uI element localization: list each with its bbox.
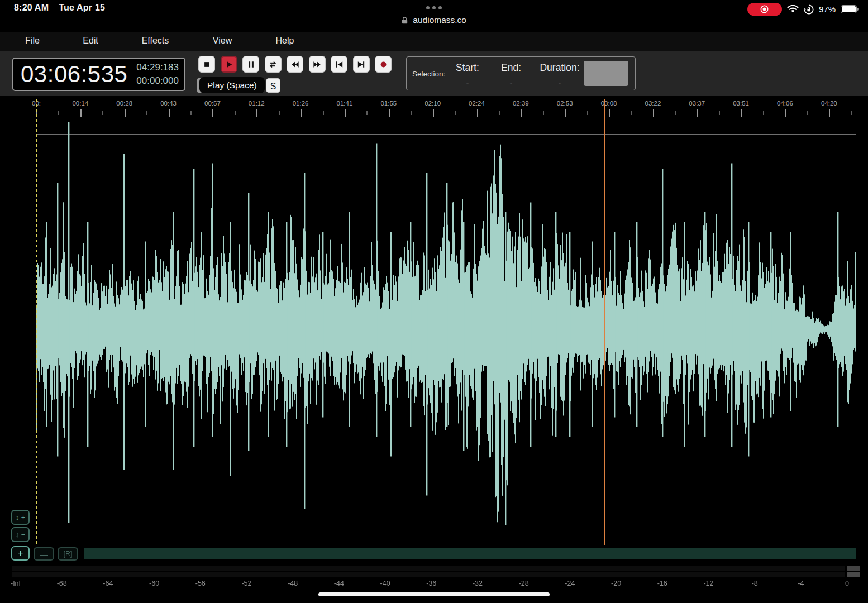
meter-label: -36: [426, 580, 436, 587]
transport-pause-button[interactable]: [242, 56, 259, 73]
meter-label: -32: [473, 580, 483, 587]
edit-cursor-line: [36, 99, 37, 545]
home-indicator[interactable]: [318, 592, 550, 596]
meter-clip-indicator: [847, 566, 860, 571]
cursor-time: 00:00:000: [136, 75, 179, 86]
meter-label: -24: [565, 580, 575, 587]
meter-label: -60: [149, 580, 159, 587]
wifi-icon: [787, 5, 799, 13]
transport-skip-to-end-button[interactable]: [353, 56, 370, 73]
skip-to-start-icon: [333, 59, 345, 70]
meter-label: 0: [845, 580, 849, 587]
meter-label: -12: [703, 580, 713, 587]
rotation-lock-icon: [804, 4, 814, 15]
rewind-icon: [289, 59, 301, 70]
menu-bar: FileEditEffectsViewHelp: [0, 32, 868, 51]
menu-item-effects[interactable]: Effects: [142, 36, 169, 46]
address-bar[interactable]: audiomass.co: [0, 15, 868, 25]
transport-skip-to-start-button[interactable]: [331, 56, 347, 73]
zoom-in-button[interactable]: +: [11, 546, 30, 561]
play-icon: [223, 59, 235, 70]
menu-item-file[interactable]: File: [25, 36, 40, 46]
record-circle-icon: [760, 4, 769, 14]
total-time: 04:29:183: [136, 62, 179, 73]
meter-label: -40: [380, 580, 390, 587]
amplitude-zoom-out-button[interactable]: ↕ −: [11, 527, 30, 542]
meter-label: -28: [519, 580, 529, 587]
stop-icon: [201, 59, 213, 70]
clear-selection-button[interactable]: [584, 61, 628, 86]
meter-bar-right: [12, 572, 845, 577]
meter-label: -Inf: [11, 580, 21, 587]
meter-label: -64: [103, 580, 113, 587]
meter-level-left: [12, 566, 660, 571]
scroll-minimap[interactable]: [84, 548, 856, 559]
selection-start: Start: -: [448, 62, 487, 87]
time-secondary: 04:29:183 00:00:000: [136, 61, 179, 88]
status-bar-right: 97%: [747, 2, 857, 16]
transport-rewind-button[interactable]: [287, 56, 303, 73]
selection-duration-value: -: [529, 78, 590, 87]
record-icon: [378, 59, 389, 70]
transport-buttons: [198, 56, 392, 73]
menu-item-help[interactable]: Help: [276, 36, 294, 46]
transport-loop-button[interactable]: [265, 56, 282, 73]
site-url: audiomass.co: [413, 15, 466, 25]
meter-label: -48: [288, 580, 298, 587]
snap-button[interactable]: S: [266, 78, 280, 93]
transport-play-button[interactable]: [221, 56, 237, 73]
meter-label: -52: [241, 580, 251, 587]
selection-end: End: -: [492, 62, 531, 87]
selection-start-value: -: [448, 78, 487, 87]
status-date: Tue Apr 15: [59, 3, 105, 13]
pause-icon: [245, 59, 257, 70]
time-display: 03:06:535 04:29:183 00:00:000: [12, 58, 185, 91]
meter-label: -16: [657, 580, 667, 587]
status-time: 8:20 AM: [14, 3, 49, 13]
elapsed-time: 03:06:535: [21, 61, 127, 88]
selection-panel: Selection: Start: - End: - Duration: -: [406, 56, 636, 90]
meter-clip-indicator: [847, 572, 860, 577]
battery-percent: 97%: [819, 4, 836, 14]
screen-recording-indicator[interactable]: [747, 3, 782, 16]
selection-label: Selection:: [412, 70, 445, 78]
skip-to-end-icon: [355, 59, 367, 70]
meter-label: -68: [57, 580, 67, 587]
meter-label: -44: [334, 580, 344, 587]
battery-icon: [841, 5, 857, 13]
amplitude-zoom-in-button[interactable]: ↕ +: [11, 510, 30, 525]
menu-item-view[interactable]: View: [213, 36, 232, 46]
zoom-out-button[interactable]: —: [34, 547, 54, 561]
fast-forward-icon: [311, 59, 323, 70]
loop-icon: [267, 59, 279, 70]
meter-level-right: [12, 572, 845, 577]
status-bar-left: 8:20 AM Tue Apr 15: [14, 3, 105, 13]
transport-fast-forward-button[interactable]: [309, 56, 326, 73]
meter-bar-left: [12, 566, 845, 571]
selection-duration: Duration: -: [529, 62, 590, 87]
zoom-reset-button[interactable]: [R]: [58, 547, 78, 561]
menu-item-edit[interactable]: Edit: [83, 36, 98, 46]
meter-label: -8: [752, 580, 758, 587]
selection-end-value: -: [492, 78, 531, 87]
tab-dots-icon[interactable]: [426, 6, 442, 9]
audiomass-app: 8:20 AM Tue Apr 15 97% audiomass.: [0, 0, 868, 603]
transport-record-button[interactable]: [375, 56, 392, 73]
lock-icon: [402, 17, 408, 24]
meter-label: -20: [611, 580, 621, 587]
meter-label: -4: [798, 580, 804, 587]
meter-label: -56: [195, 580, 206, 587]
playhead-line: [604, 99, 605, 545]
waveform-canvas[interactable]: [36, 99, 856, 544]
play-tooltip: Play (Space): [199, 77, 265, 93]
transport-stop-button[interactable]: [198, 56, 215, 73]
